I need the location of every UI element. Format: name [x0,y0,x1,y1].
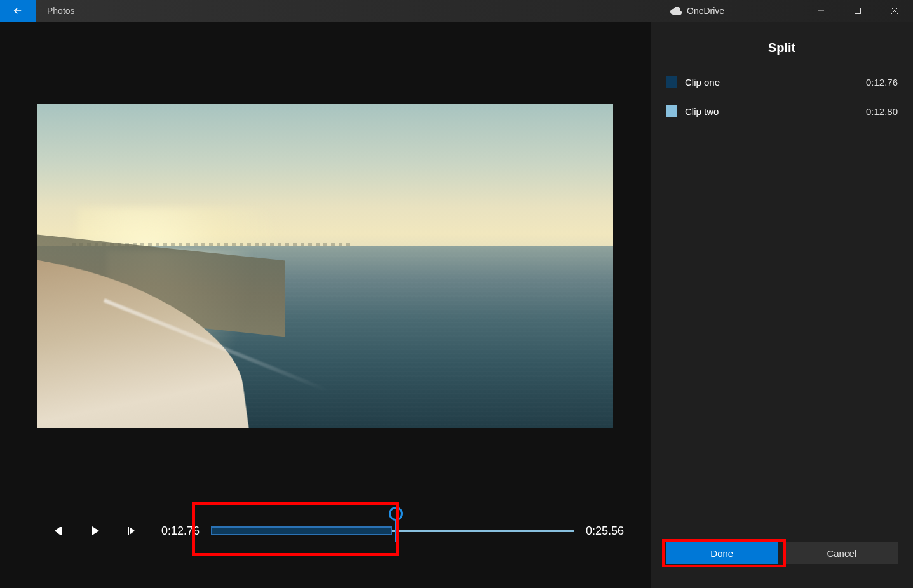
app-title: Photos [36,0,75,22]
next-frame-button[interactable] [119,518,145,544]
cloud-icon [670,7,682,15]
step-forward-icon [127,526,137,536]
maximize-icon [854,7,862,15]
step-back-icon [53,526,64,536]
onedrive-status[interactable]: OneDrive [670,0,724,22]
close-icon [891,7,898,15]
close-button[interactable] [876,0,913,22]
play-icon [91,526,100,536]
clip-one-duration: 0:12.76 [866,77,898,88]
back-button[interactable] [0,0,36,22]
current-time-label: 0:12.76 [161,525,200,538]
svg-marker-4 [55,527,60,535]
total-time-label: 0:25.56 [586,525,624,538]
play-button[interactable] [83,518,108,544]
player-controls: 0:12.76 0:25.56 [0,518,651,544]
split-timeline[interactable] [211,518,574,544]
done-button[interactable]: Done [666,542,778,564]
clip-one-name: Clip one [685,77,866,88]
clip-row-two[interactable]: Clip two 0:12.80 [666,97,898,126]
previous-frame-button[interactable] [46,518,71,544]
svg-rect-8 [128,527,129,535]
clip-two-swatch [666,105,677,117]
cancel-button[interactable]: Cancel [786,542,898,564]
video-editor-area: 0:12.76 0:25.56 [0,22,651,588]
clip-row-one[interactable]: Clip one 0:12.76 [666,67,898,97]
panel-title: Split [666,33,898,67]
onedrive-label: OneDrive [687,6,724,16]
clip-two-track [392,530,574,532]
maximize-button[interactable] [839,0,876,22]
clip-two-name: Clip two [685,106,866,117]
svg-marker-6 [92,526,99,535]
clip-one-track [211,526,392,535]
split-handle[interactable] [389,507,403,521]
svg-marker-7 [130,527,135,535]
minimize-button[interactable] [802,0,839,22]
split-handle-stem[interactable] [395,519,397,542]
arrow-left-icon [12,5,24,17]
svg-rect-5 [60,527,62,535]
titlebar: Photos OneDrive [0,0,913,22]
split-panel: Split Clip one 0:12.76 Clip two 0:12.80 … [651,22,913,588]
video-preview[interactable] [37,104,613,428]
clip-one-swatch [666,76,677,88]
clip-two-duration: 0:12.80 [866,106,898,117]
svg-rect-1 [855,8,861,14]
minimize-icon [817,7,825,15]
window-controls [802,0,913,22]
